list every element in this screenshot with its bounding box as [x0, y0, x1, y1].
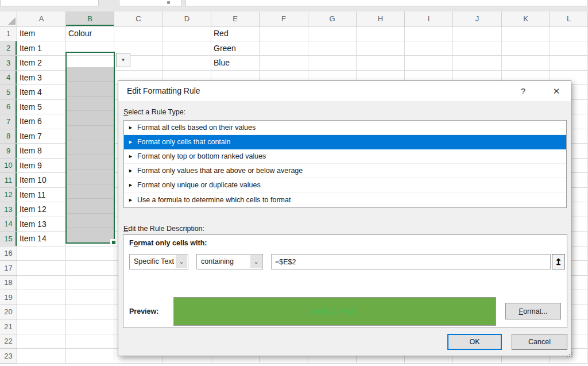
- row-header-10[interactable]: 10: [0, 159, 17, 174]
- cell-I1[interactable]: [405, 26, 453, 41]
- row-header-15[interactable]: 15: [0, 232, 17, 246]
- row-header-13[interactable]: 13: [0, 202, 17, 217]
- cell-I2[interactable]: [405, 41, 453, 56]
- row-header-9[interactable]: 9: [0, 144, 17, 159]
- cell-G3[interactable]: [308, 56, 357, 71]
- column-header-L[interactable]: L: [550, 11, 588, 26]
- row-header-16[interactable]: 16: [0, 246, 17, 261]
- cell-A19[interactable]: [17, 290, 66, 305]
- cell-A10[interactable]: Item 9: [17, 159, 66, 174]
- row-header-7[interactable]: 7: [0, 114, 17, 129]
- rule-type-item-5[interactable]: ►Use a formula to determine which cells …: [124, 192, 566, 207]
- cell-J2[interactable]: [453, 41, 502, 56]
- cell-B7[interactable]: [66, 114, 114, 129]
- row-header-23[interactable]: 23: [0, 349, 17, 364]
- cell-B21[interactable]: [66, 319, 114, 334]
- cell-D3[interactable]: [163, 56, 211, 71]
- cell-A13[interactable]: Item 12: [17, 202, 66, 217]
- cell-B6[interactable]: [66, 100, 114, 115]
- cell-A20[interactable]: [17, 305, 66, 320]
- dialog-titlebar[interactable]: Edit Formatting Rule ? ✕: [118, 81, 571, 101]
- cell-A14[interactable]: Item 13: [17, 217, 66, 232]
- cell-A5[interactable]: Item 4: [17, 85, 66, 100]
- cancel-button[interactable]: Cancel: [512, 334, 567, 350]
- cell-K2[interactable]: [502, 41, 550, 56]
- cell-B10[interactable]: [66, 159, 114, 174]
- cell-E3[interactable]: Blue: [211, 56, 260, 71]
- operator-dropdown[interactable]: containing ⌄: [196, 254, 263, 269]
- ok-button[interactable]: OK: [447, 334, 502, 350]
- cell-H2[interactable]: [357, 41, 405, 56]
- cell-B12[interactable]: [66, 188, 114, 203]
- cell-L2[interactable]: [550, 41, 588, 56]
- row-header-6[interactable]: 6: [0, 100, 17, 115]
- name-box[interactable]: [1, 0, 99, 6]
- rule-type-item-0[interactable]: ►Format all cells based on their values: [124, 121, 566, 135]
- cell-B13[interactable]: [66, 202, 114, 217]
- cell-A16[interactable]: [17, 246, 66, 261]
- format-button[interactable]: Format...: [505, 303, 561, 319]
- cell-E2[interactable]: Green: [211, 41, 260, 56]
- cell-A3[interactable]: Item 2: [17, 56, 66, 71]
- cell-I3[interactable]: [405, 56, 453, 71]
- cell-B8[interactable]: [66, 129, 114, 144]
- column-header-I[interactable]: I: [405, 11, 453, 26]
- cell-B18[interactable]: [66, 276, 114, 291]
- column-header-K[interactable]: K: [502, 11, 550, 26]
- cell-H3[interactable]: [357, 56, 405, 71]
- cell-B15[interactable]: [66, 232, 114, 246]
- column-header-H[interactable]: H: [357, 11, 405, 26]
- rule-type-item-2[interactable]: ►Format only top or bottom ranked values: [124, 149, 566, 164]
- row-header-5[interactable]: 5: [0, 85, 17, 100]
- cell-C1[interactable]: [114, 26, 163, 41]
- cell-J3[interactable]: [453, 56, 502, 71]
- cell-F2[interactable]: [260, 41, 308, 56]
- cell-L1[interactable]: [550, 26, 588, 41]
- cell-E1[interactable]: Red: [211, 26, 260, 41]
- data-validation-dropdown-button[interactable]: ▼: [116, 53, 130, 67]
- cell-F1[interactable]: [260, 26, 308, 41]
- close-button[interactable]: ✕: [544, 81, 568, 101]
- cell-A2[interactable]: Item 1: [17, 41, 66, 56]
- row-header-20[interactable]: 20: [0, 305, 17, 320]
- cell-K3[interactable]: [502, 56, 550, 71]
- row-header-4[interactable]: 4: [0, 71, 17, 86]
- row-header-21[interactable]: 21: [0, 319, 17, 334]
- cell-B19[interactable]: [66, 290, 114, 305]
- cell-A18[interactable]: [17, 276, 66, 291]
- cell-A6[interactable]: Item 5: [17, 100, 66, 115]
- cell-A23[interactable]: [17, 349, 66, 364]
- resize-grip[interactable]: [567, 352, 568, 353]
- column-header-J[interactable]: J: [453, 11, 502, 26]
- column-header-E[interactable]: E: [211, 11, 260, 26]
- cell-A17[interactable]: [17, 261, 66, 276]
- column-header-C[interactable]: C: [114, 11, 163, 26]
- row-header-8[interactable]: 8: [0, 129, 17, 144]
- cell-B4[interactable]: [66, 71, 114, 86]
- cell-B11[interactable]: [66, 173, 114, 188]
- cell-A7[interactable]: Item 6: [17, 114, 66, 129]
- cell-A21[interactable]: [17, 319, 66, 334]
- cell-B9[interactable]: [66, 144, 114, 159]
- column-header-A[interactable]: A: [17, 11, 66, 26]
- select-all-corner[interactable]: [0, 11, 17, 26]
- row-header-22[interactable]: 22: [0, 334, 17, 349]
- cell-G2[interactable]: [308, 41, 357, 56]
- condition-type-dropdown[interactable]: Specific Text ⌄: [129, 254, 188, 269]
- row-header-11[interactable]: 11: [0, 173, 17, 188]
- formula-bar-input[interactable]: [185, 0, 587, 6]
- cell-D1[interactable]: [163, 26, 211, 41]
- row-header-17[interactable]: 17: [0, 261, 17, 276]
- cell-B16[interactable]: [66, 246, 114, 261]
- fill-handle[interactable]: [112, 241, 115, 244]
- row-header-18[interactable]: 18: [0, 276, 17, 291]
- cell-A11[interactable]: Item 10: [17, 173, 66, 188]
- cell-D2[interactable]: [163, 41, 211, 56]
- cell-L3[interactable]: [550, 56, 588, 71]
- cell-B2[interactable]: [66, 41, 114, 56]
- rule-type-item-3[interactable]: ►Format only values that are above or be…: [124, 164, 566, 178]
- cell-B3[interactable]: [66, 56, 114, 71]
- column-header-F[interactable]: F: [260, 11, 308, 26]
- cell-K1[interactable]: [502, 26, 550, 41]
- cell-A12[interactable]: Item 11: [17, 188, 66, 203]
